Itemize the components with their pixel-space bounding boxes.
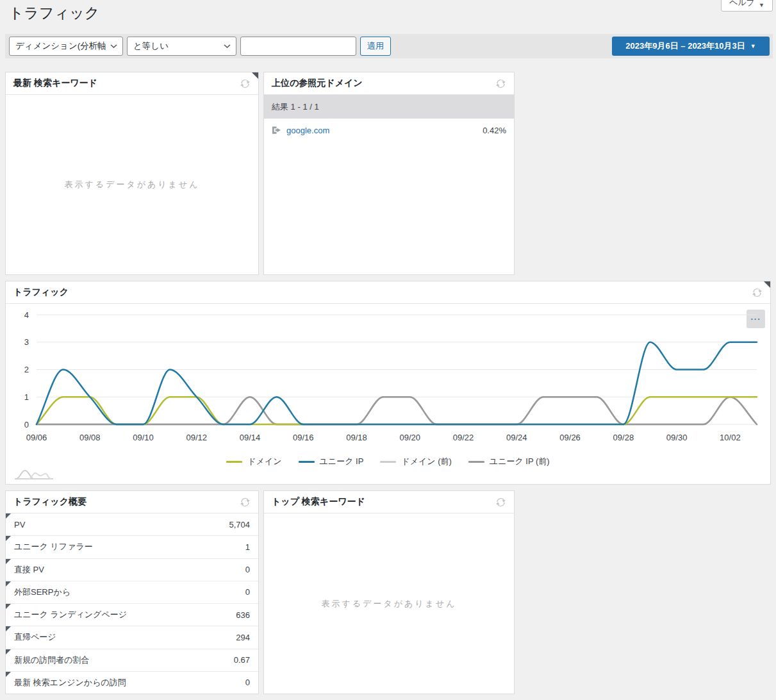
summary-metric-label: 新規の訪問者の割合 bbox=[14, 654, 90, 666]
x-axis-tick-label: 09/18 bbox=[346, 433, 367, 442]
panel-header: トラフィック概要 bbox=[6, 491, 258, 513]
empty-state-text: 表示するデータがありません bbox=[321, 598, 456, 610]
series-line-ユニーク IP bbox=[37, 342, 757, 424]
panel-drag-corner-icon[interactable] bbox=[764, 281, 770, 288]
summary-metric-label: ユニーク ランディングページ bbox=[14, 609, 127, 621]
summary-row: 外部SERPから0 bbox=[6, 581, 258, 604]
panel-header: 上位の参照元ドメイン bbox=[264, 72, 514, 95]
summary-row: 最新 検索エンジンからの訪問0 bbox=[6, 672, 258, 694]
y-axis-tick-label: 4 bbox=[24, 310, 29, 320]
x-axis-tick-label: 09/16 bbox=[293, 433, 314, 442]
operator-select[interactable]: と等しい bbox=[127, 37, 236, 56]
legend-item[interactable]: ユニーク IP (前) bbox=[468, 456, 550, 467]
summary-metric-label: 最新 検索エンジンからの訪問 bbox=[14, 677, 126, 688]
summary-metric-value: 5,704 bbox=[229, 520, 250, 529]
summary-row: ユニーク ランディングページ636 bbox=[6, 604, 258, 626]
legend-swatch-icon bbox=[380, 461, 396, 463]
panel-latest-search-keywords: 最新 検索キーワード 表示するデータがありません bbox=[5, 72, 259, 275]
x-axis-tick-label: 09/06 bbox=[26, 433, 47, 442]
chevron-down-icon: ▼ bbox=[750, 43, 756, 49]
filter-bar: ディメンション(分析軸 と等しい 適用 2023年9月6日 – 2023年10月… bbox=[5, 34, 773, 58]
x-axis-tick-label: 09/08 bbox=[79, 433, 101, 442]
panel-title: トップ 検索キーワード bbox=[272, 496, 365, 508]
legend-item[interactable]: ユニーク IP bbox=[299, 456, 364, 467]
chart-thumbnail-icon[interactable] bbox=[13, 466, 54, 481]
apply-button[interactable]: 適用 bbox=[360, 37, 391, 56]
row-fold-corner-icon bbox=[6, 672, 11, 677]
summary-metric-label: ユニーク リファラー bbox=[14, 541, 93, 553]
dimension-select[interactable]: ディメンション(分析軸 bbox=[9, 37, 123, 56]
panel-top-search-keywords: トップ 検索キーワード 表示するデータがありません bbox=[263, 490, 515, 694]
x-axis-tick-label: 09/10 bbox=[133, 433, 154, 442]
summary-metric-value: 1 bbox=[245, 542, 250, 552]
y-axis-tick-label: 0 bbox=[24, 420, 29, 429]
x-axis-tick-label: 09/14 bbox=[240, 433, 261, 442]
legend-item[interactable]: ドメイン (前) bbox=[380, 456, 452, 467]
chevron-down-icon bbox=[110, 44, 117, 49]
summary-metric-value: 636 bbox=[236, 610, 250, 620]
legend-label: ドメイン (前) bbox=[401, 456, 452, 467]
panel-header: トップ 検索キーワード bbox=[264, 491, 514, 513]
panel-header: 最新 検索キーワード bbox=[6, 72, 258, 95]
y-axis-tick-label: 2 bbox=[24, 365, 29, 374]
help-button[interactable]: ヘルプ ▼ bbox=[721, 0, 773, 12]
panel-top-referrer-domains: 上位の参照元ドメイン 結果 1 - 1 / 1 google.com 0.42% bbox=[263, 72, 515, 275]
refresh-icon[interactable] bbox=[495, 497, 506, 508]
summary-metric-label: 外部SERPから bbox=[14, 587, 70, 598]
x-axis-tick-label: 09/26 bbox=[559, 433, 581, 442]
refresh-icon[interactable] bbox=[240, 497, 251, 508]
x-axis-tick-label: 09/20 bbox=[400, 433, 421, 442]
panel-traffic-summary: トラフィック概要 PV5,704ユニーク リファラー1直接 PV0外部SERPか… bbox=[5, 490, 259, 694]
series-line-ユニーク IP (前) bbox=[37, 397, 757, 424]
summary-metric-value: 0.67 bbox=[234, 655, 250, 665]
legend-swatch-icon bbox=[468, 461, 484, 463]
refresh-icon[interactable] bbox=[752, 287, 763, 298]
x-axis-tick-label: 09/30 bbox=[666, 433, 688, 442]
panel-title: 上位の参照元ドメイン bbox=[272, 78, 363, 89]
filter-value-input[interactable] bbox=[240, 37, 356, 56]
panel-title: トラフィック bbox=[13, 287, 69, 298]
results-count-bar: 結果 1 - 1 / 1 bbox=[264, 95, 514, 119]
x-axis-tick-label: 09/22 bbox=[453, 433, 474, 442]
date-range-label: 2023年9月6日 – 2023年10月3日 bbox=[625, 40, 745, 52]
panel-traffic-chart: トラフィック ··· 0123409/0609/0809/1009/1209/1… bbox=[5, 281, 771, 485]
refresh-icon[interactable] bbox=[240, 78, 251, 89]
chevron-down-icon bbox=[224, 44, 231, 49]
traffic-line-chart[interactable]: 0123409/0609/0809/1009/1209/1409/1609/18… bbox=[6, 307, 770, 467]
row-fold-corner-icon bbox=[6, 513, 11, 519]
summary-metric-value: 0 bbox=[245, 587, 250, 597]
operator-select-value: と等しい bbox=[133, 40, 169, 52]
legend-item[interactable]: ドメイン bbox=[226, 456, 281, 467]
refresh-icon[interactable] bbox=[495, 78, 506, 89]
row-fold-corner-icon bbox=[6, 581, 11, 587]
dimension-select-value: ディメンション(分析軸 bbox=[15, 40, 106, 52]
series-line-ドメイン (前) bbox=[37, 397, 757, 424]
series-line-ドメイン bbox=[37, 397, 757, 424]
summary-row: 直接 PV0 bbox=[6, 559, 258, 581]
legend-swatch-icon bbox=[226, 461, 242, 463]
summary-row: 新規の訪問者の割合0.67 bbox=[6, 649, 258, 672]
page-title: トラフィック bbox=[9, 3, 99, 23]
panel-title: トラフィック概要 bbox=[13, 496, 87, 508]
summary-row: ユニーク リファラー1 bbox=[6, 536, 258, 558]
summary-row: 直帰ページ294 bbox=[6, 626, 258, 649]
row-fold-corner-icon bbox=[6, 604, 11, 609]
row-fold-corner-icon bbox=[6, 559, 11, 564]
empty-state: 表示するデータがありません bbox=[6, 95, 258, 274]
panel-drag-corner-icon[interactable] bbox=[252, 72, 258, 79]
referrer-domain-link[interactable]: google.com bbox=[286, 126, 329, 135]
date-range-button[interactable]: 2023年9月6日 – 2023年10月3日 ▼ bbox=[612, 37, 770, 56]
chart-legend: ドメインユニーク IPドメイン (前)ユニーク IP (前) bbox=[6, 456, 770, 467]
summary-metric-value: 0 bbox=[245, 678, 250, 687]
referrer-row: google.com 0.42% bbox=[264, 119, 514, 142]
x-axis-tick-label: 09/24 bbox=[506, 433, 527, 442]
summary-metric-label: 直帰ページ bbox=[14, 631, 56, 643]
summary-row: PV5,704 bbox=[6, 513, 258, 536]
traffic-analytics-page: トラフィック ヘルプ ▼ ディメンション(分析軸 と等しい 適用 2023年9月… bbox=[0, 0, 776, 700]
panel-header: トラフィック bbox=[6, 281, 770, 304]
x-axis-tick-label: 09/28 bbox=[613, 433, 634, 442]
y-axis-tick-label: 3 bbox=[24, 337, 29, 347]
empty-state-text: 表示するデータがありません bbox=[64, 179, 199, 190]
x-axis-tick-label: 10/02 bbox=[720, 433, 741, 442]
row-fold-corner-icon bbox=[6, 649, 11, 654]
